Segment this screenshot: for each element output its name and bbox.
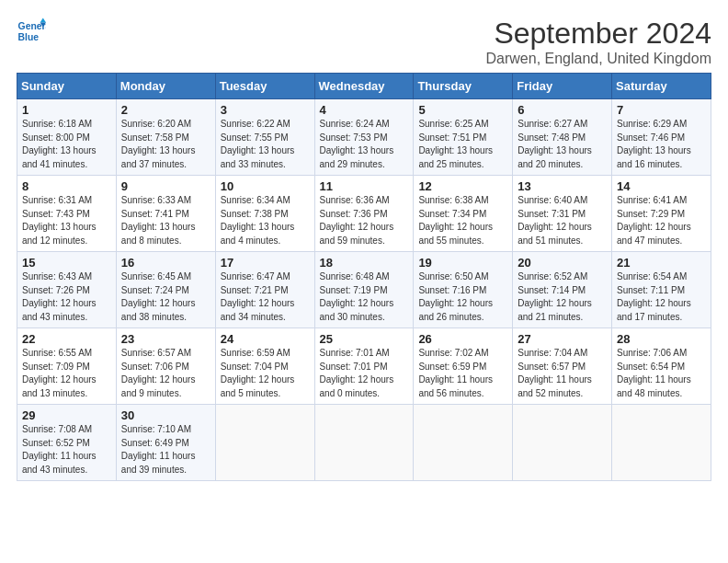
- day-info: Sunrise: 7:10 AM Sunset: 6:49 PM Dayligh…: [121, 423, 210, 477]
- day-number: 8: [22, 179, 111, 193]
- day-number: 21: [617, 256, 706, 270]
- calendar-cell: 19Sunrise: 6:50 AM Sunset: 7:16 PM Dayli…: [414, 252, 513, 328]
- day-number: 6: [518, 103, 607, 117]
- calendar-cell: [513, 405, 612, 481]
- day-number: 3: [221, 103, 310, 117]
- day-info: Sunrise: 7:06 AM Sunset: 6:54 PM Dayligh…: [617, 347, 706, 400]
- day-number: 19: [418, 256, 507, 270]
- day-number: 14: [617, 179, 706, 193]
- day-number: 10: [221, 179, 310, 193]
- col-header-tuesday: Tuesday: [215, 74, 314, 99]
- day-info: Sunrise: 6:18 AM Sunset: 8:00 PM Dayligh…: [22, 118, 111, 171]
- day-number: 1: [22, 103, 111, 117]
- logo-icon: General Blue: [17, 17, 46, 46]
- calendar-cell: 8Sunrise: 6:31 AM Sunset: 7:43 PM Daylig…: [17, 176, 117, 252]
- logo: General Blue: [17, 17, 46, 46]
- day-info: Sunrise: 6:54 AM Sunset: 7:11 PM Dayligh…: [617, 270, 706, 324]
- calendar-cell: 7Sunrise: 6:29 AM Sunset: 7:46 PM Daylig…: [612, 99, 711, 176]
- title-block: September 2024 Darwen, England, United K…: [486, 17, 711, 67]
- header: General Blue September 2024 Darwen, Engl…: [17, 17, 711, 67]
- col-header-thursday: Thursday: [414, 74, 513, 99]
- day-info: Sunrise: 6:43 AM Sunset: 7:26 PM Dayligh…: [22, 270, 111, 324]
- calendar-cell: 16Sunrise: 6:45 AM Sunset: 7:24 PM Dayli…: [116, 252, 215, 328]
- day-info: Sunrise: 6:38 AM Sunset: 7:34 PM Dayligh…: [418, 194, 507, 247]
- day-info: Sunrise: 7:04 AM Sunset: 6:57 PM Dayligh…: [518, 347, 607, 400]
- day-info: Sunrise: 6:52 AM Sunset: 7:14 PM Dayligh…: [518, 270, 607, 324]
- calendar-cell: 1Sunrise: 6:18 AM Sunset: 8:00 PM Daylig…: [17, 99, 117, 176]
- col-header-saturday: Saturday: [612, 74, 711, 99]
- calendar-cell: 30Sunrise: 7:10 AM Sunset: 6:49 PM Dayli…: [116, 405, 215, 481]
- day-info: Sunrise: 6:47 AM Sunset: 7:21 PM Dayligh…: [221, 270, 310, 324]
- day-info: Sunrise: 6:22 AM Sunset: 7:55 PM Dayligh…: [221, 118, 310, 171]
- calendar-cell: 25Sunrise: 7:01 AM Sunset: 7:01 PM Dayli…: [314, 328, 414, 405]
- day-info: Sunrise: 6:20 AM Sunset: 7:58 PM Dayligh…: [121, 118, 210, 171]
- calendar-cell: 22Sunrise: 6:55 AM Sunset: 7:09 PM Dayli…: [17, 328, 117, 405]
- main-title: September 2024: [486, 17, 711, 51]
- calendar-cell: 13Sunrise: 6:40 AM Sunset: 7:31 PM Dayli…: [513, 176, 612, 252]
- calendar-week-4: 29Sunrise: 7:08 AM Sunset: 6:52 PM Dayli…: [17, 405, 711, 481]
- calendar-cell: 10Sunrise: 6:34 AM Sunset: 7:38 PM Dayli…: [215, 176, 314, 252]
- day-number: 13: [518, 179, 607, 193]
- day-info: Sunrise: 6:45 AM Sunset: 7:24 PM Dayligh…: [121, 270, 210, 324]
- calendar-cell: 29Sunrise: 7:08 AM Sunset: 6:52 PM Dayli…: [17, 405, 117, 481]
- day-info: Sunrise: 7:01 AM Sunset: 7:01 PM Dayligh…: [320, 347, 409, 400]
- calendar-cell: [414, 405, 513, 481]
- day-info: Sunrise: 6:48 AM Sunset: 7:19 PM Dayligh…: [320, 270, 409, 324]
- calendar-cell: 18Sunrise: 6:48 AM Sunset: 7:19 PM Dayli…: [314, 252, 414, 328]
- calendar-cell: [612, 405, 711, 481]
- calendar-cell: 27Sunrise: 7:04 AM Sunset: 6:57 PM Dayli…: [513, 328, 612, 405]
- day-info: Sunrise: 6:24 AM Sunset: 7:53 PM Dayligh…: [320, 118, 409, 171]
- day-number: 23: [121, 332, 210, 346]
- day-info: Sunrise: 6:25 AM Sunset: 7:51 PM Dayligh…: [418, 118, 507, 171]
- day-number: 4: [320, 103, 409, 117]
- day-number: 12: [418, 179, 507, 193]
- day-info: Sunrise: 6:59 AM Sunset: 7:04 PM Dayligh…: [221, 347, 310, 400]
- col-header-wednesday: Wednesday: [314, 74, 414, 99]
- calendar-cell: 24Sunrise: 6:59 AM Sunset: 7:04 PM Dayli…: [215, 328, 314, 405]
- calendar-cell: 21Sunrise: 6:54 AM Sunset: 7:11 PM Dayli…: [612, 252, 711, 328]
- day-number: 17: [221, 256, 310, 270]
- page: General Blue September 2024 Darwen, Engl…: [0, 0, 728, 563]
- calendar-cell: 5Sunrise: 6:25 AM Sunset: 7:51 PM Daylig…: [414, 99, 513, 176]
- day-info: Sunrise: 6:31 AM Sunset: 7:43 PM Dayligh…: [22, 194, 111, 247]
- day-number: 7: [617, 103, 706, 117]
- day-number: 15: [22, 256, 111, 270]
- day-number: 25: [320, 332, 409, 346]
- calendar-week-1: 8Sunrise: 6:31 AM Sunset: 7:43 PM Daylig…: [17, 176, 711, 252]
- day-number: 26: [418, 332, 507, 346]
- day-number: 5: [418, 103, 507, 117]
- svg-marker-2: [40, 18, 46, 23]
- day-info: Sunrise: 6:27 AM Sunset: 7:48 PM Dayligh…: [518, 118, 607, 171]
- calendar-cell: 15Sunrise: 6:43 AM Sunset: 7:26 PM Dayli…: [17, 252, 117, 328]
- calendar-cell: 4Sunrise: 6:24 AM Sunset: 7:53 PM Daylig…: [314, 99, 414, 176]
- calendar-cell: 2Sunrise: 6:20 AM Sunset: 7:58 PM Daylig…: [116, 99, 215, 176]
- col-header-monday: Monday: [116, 74, 215, 99]
- calendar-cell: 20Sunrise: 6:52 AM Sunset: 7:14 PM Dayli…: [513, 252, 612, 328]
- calendar-cell: 26Sunrise: 7:02 AM Sunset: 6:59 PM Dayli…: [414, 328, 513, 405]
- calendar-table: SundayMondayTuesdayWednesdayThursdayFrid…: [17, 73, 711, 481]
- calendar-cell: 3Sunrise: 6:22 AM Sunset: 7:55 PM Daylig…: [215, 99, 314, 176]
- svg-text:Blue: Blue: [18, 32, 40, 42]
- day-info: Sunrise: 6:55 AM Sunset: 7:09 PM Dayligh…: [22, 347, 111, 400]
- calendar-cell: [314, 405, 414, 481]
- day-number: 22: [22, 332, 111, 346]
- day-info: Sunrise: 6:29 AM Sunset: 7:46 PM Dayligh…: [617, 118, 706, 171]
- calendar-cell: 6Sunrise: 6:27 AM Sunset: 7:48 PM Daylig…: [513, 99, 612, 176]
- calendar-cell: 14Sunrise: 6:41 AM Sunset: 7:29 PM Dayli…: [612, 176, 711, 252]
- day-number: 30: [121, 408, 210, 422]
- col-header-friday: Friday: [513, 74, 612, 99]
- day-info: Sunrise: 6:57 AM Sunset: 7:06 PM Dayligh…: [121, 347, 210, 400]
- day-info: Sunrise: 6:34 AM Sunset: 7:38 PM Dayligh…: [221, 194, 310, 247]
- day-info: Sunrise: 6:50 AM Sunset: 7:16 PM Dayligh…: [418, 270, 507, 324]
- calendar-week-3: 22Sunrise: 6:55 AM Sunset: 7:09 PM Dayli…: [17, 328, 711, 405]
- calendar-cell: 9Sunrise: 6:33 AM Sunset: 7:41 PM Daylig…: [116, 176, 215, 252]
- day-number: 20: [518, 256, 607, 270]
- calendar-cell: 23Sunrise: 6:57 AM Sunset: 7:06 PM Dayli…: [116, 328, 215, 405]
- day-number: 2: [121, 103, 210, 117]
- calendar-week-2: 15Sunrise: 6:43 AM Sunset: 7:26 PM Dayli…: [17, 252, 711, 328]
- col-header-sunday: Sunday: [17, 74, 117, 99]
- day-number: 16: [121, 256, 210, 270]
- day-number: 29: [22, 408, 111, 422]
- calendar-cell: 28Sunrise: 7:06 AM Sunset: 6:54 PM Dayli…: [612, 328, 711, 405]
- day-info: Sunrise: 6:36 AM Sunset: 7:36 PM Dayligh…: [320, 194, 409, 247]
